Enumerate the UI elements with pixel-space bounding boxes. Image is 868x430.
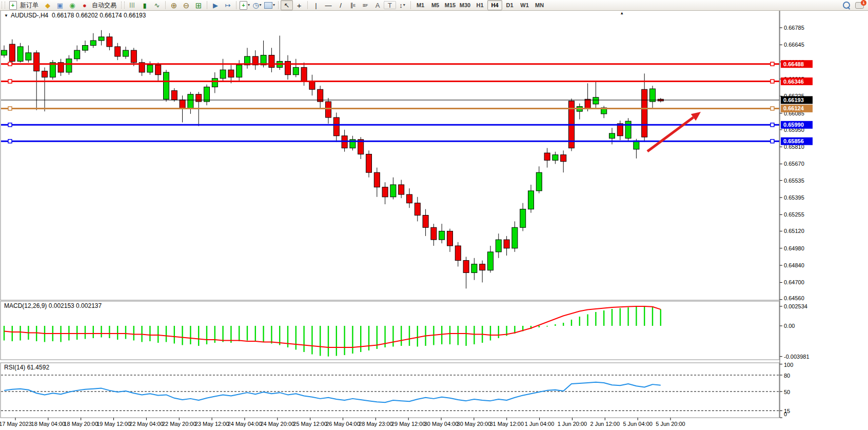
y-axis-tick-label: 0.64980 — [784, 245, 804, 251]
notifications-icon[interactable]: 1 — [855, 2, 864, 9]
x-axis-label: 28 May 23:00 — [359, 421, 393, 427]
toolbar-grip[interactable] — [2, 2, 5, 9]
candle-up — [593, 97, 599, 104]
timeframe-button-M30[interactable]: M30 — [458, 0, 472, 10]
hline-handle[interactable] — [8, 80, 12, 83]
candle-up — [123, 50, 129, 56]
candle-down — [269, 55, 274, 68]
scroll-position-marker: ▴ — [621, 10, 623, 15]
candle-up — [204, 87, 210, 102]
timeframe-toolbar: M1M5M15M30H1H4D1W1MN — [413, 0, 547, 10]
candle-down — [423, 215, 428, 227]
chart-ohlc-values: 0.66178 0.66202 0.66174 0.66193 — [52, 12, 146, 19]
periods-button[interactable]: ◷▾ — [251, 0, 263, 10]
text-tool[interactable]: A — [371, 0, 384, 10]
timeframe-button-MN[interactable]: MN — [532, 0, 547, 10]
tile-windows-icon[interactable]: ⊞ — [192, 0, 205, 10]
signals-icon[interactable]: ◉ — [66, 0, 78, 10]
candle-down — [131, 50, 136, 63]
zoom-in-icon[interactable]: ⊕ — [168, 0, 180, 10]
hline-handle[interactable] — [8, 123, 12, 127]
equidistant-channel-tool[interactable]: ∥E — [347, 0, 359, 10]
candle-down — [561, 155, 566, 162]
macd-label: MACD(12,26,9) — [4, 302, 47, 309]
timeframe-button-M1[interactable]: M1 — [413, 0, 428, 10]
hline-handle[interactable] — [771, 140, 774, 143]
chart-symbol-period: AUDUSD-,H4 — [11, 12, 48, 19]
candle-down — [415, 203, 420, 216]
zoom-out-icon[interactable]: ⊖ — [180, 0, 192, 10]
add-indicator-icon: + — [240, 1, 247, 10]
hline-handle[interactable] — [8, 107, 12, 110]
candlestick-mode-icon[interactable]: ▮ — [139, 0, 151, 10]
template-chart-icon — [264, 2, 272, 9]
x-axis-label: 23 May 12:00 — [195, 421, 229, 427]
mt4-window: + 新订单 ◆ ▣ ◉ ● 自动交易 ||| ▮ ∿ ⊕ ⊖ ⊞ ▶ ↦ +▾ … — [0, 0, 868, 430]
candle-down — [171, 91, 177, 100]
autotrade-icon[interactable]: ● — [78, 0, 91, 10]
hline-handle[interactable] — [771, 80, 774, 83]
hline-handle[interactable] — [771, 123, 774, 127]
candle-down — [374, 172, 380, 187]
bar-chart-mode-icon[interactable]: ||| — [126, 0, 139, 10]
y-axis-tick-label: 0.66785 — [784, 25, 804, 31]
fibonacci-tool[interactable]: ≡F — [359, 0, 371, 10]
toolbar-grip[interactable] — [121, 2, 125, 9]
candle-up — [74, 50, 80, 59]
candle-down — [115, 47, 121, 56]
x-axis-label: 1 Jun 04:00 — [525, 421, 555, 427]
candle-down — [585, 99, 590, 109]
new-order-label[interactable]: 新订单 — [20, 1, 38, 10]
candle-up — [220, 70, 226, 79]
rsi-pane[interactable] — [1, 363, 779, 418]
autotrade-label[interactable]: 自动交易 — [92, 1, 116, 10]
auto-scroll-icon[interactable]: ▶ — [209, 0, 222, 10]
x-axis-label: 30 May 04:00 — [424, 421, 459, 427]
candle-up — [488, 252, 494, 270]
candle-down — [333, 118, 339, 136]
price-tag-label: 0.65856 — [783, 138, 804, 144]
crosshair-tool[interactable]: + — [293, 0, 305, 10]
history-center-icon[interactable]: ◆ — [42, 0, 54, 10]
rsi-value: 61.4592 — [27, 364, 49, 371]
hline-handle[interactable] — [771, 62, 774, 66]
notification-badge: 1 — [861, 0, 866, 6]
timeframe-button-M5[interactable]: M5 — [428, 0, 443, 10]
candle-up — [83, 46, 88, 51]
search-icon[interactable] — [843, 2, 850, 9]
y-axis-tick-label: 0.65255 — [784, 211, 804, 218]
terminal-icon[interactable]: ▣ — [54, 0, 66, 10]
chart-title-collapse-icon[interactable]: ▼ — [4, 13, 8, 18]
rsi-axis-label: 50 — [784, 389, 790, 395]
candle-down — [544, 153, 550, 160]
timeframe-button-M15[interactable]: M15 — [443, 0, 458, 10]
chart-shift-icon[interactable]: ↦ — [222, 0, 234, 10]
cursor-tool[interactable]: ↖ — [281, 0, 293, 10]
price-tag-label: 0.65990 — [783, 122, 804, 128]
macd-axis-label: -0.003981 — [784, 354, 810, 360]
timeframe-button-H4[interactable]: H4 — [487, 0, 502, 10]
hline-handle[interactable] — [8, 140, 12, 143]
chart-canvas[interactable]: 0.667850.666450.665050.663650.662250.660… — [0, 0, 868, 430]
hline-handle[interactable] — [771, 107, 774, 110]
candle-up — [98, 37, 104, 41]
candle-down — [399, 185, 404, 194]
hline-handle[interactable] — [8, 62, 12, 66]
templates-button[interactable]: ▾ — [263, 0, 276, 10]
new-order-button[interactable]: + — [7, 0, 19, 10]
horizontal-line-tool[interactable]: — — [322, 0, 334, 10]
candle-up — [147, 65, 153, 72]
rsi-label: RSI(14) — [4, 364, 25, 371]
trendline-tool[interactable]: / — [334, 0, 347, 10]
timeframe-button-D1[interactable]: D1 — [502, 0, 517, 10]
candle-down — [382, 187, 388, 197]
price-tag-label: 0.66346 — [783, 79, 804, 85]
y-axis-tick-label: 0.64700 — [784, 279, 804, 285]
arrows-tool[interactable]: ↕▾ — [396, 0, 408, 10]
timeframe-button-W1[interactable]: W1 — [517, 0, 532, 10]
text-label-tool[interactable]: T — [384, 1, 396, 9]
vertical-line-tool[interactable]: | — [310, 0, 322, 10]
line-chart-mode-icon[interactable]: ∿ — [151, 0, 163, 10]
add-indicator-button[interactable]: +▾ — [239, 0, 251, 10]
timeframe-button-H1[interactable]: H1 — [472, 0, 487, 10]
